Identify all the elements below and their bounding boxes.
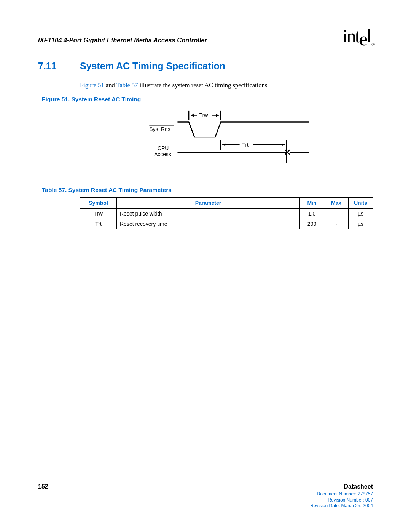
svg-marker-14 xyxy=(222,143,225,146)
svg-marker-6 xyxy=(216,114,219,117)
cell-max: - xyxy=(324,219,349,229)
section-number: 7.11 xyxy=(38,61,62,72)
cell-min: 1.0 xyxy=(300,209,324,219)
cell-symbol: Trt xyxy=(80,219,117,229)
footer-revnum: Revision Number: 007 xyxy=(38,497,373,503)
section-title: System AC Timing Specification xyxy=(80,61,225,72)
cell-symbol: Trw xyxy=(80,209,117,219)
intel-logo: intel® xyxy=(342,25,373,47)
col-header-max: Max xyxy=(324,198,349,209)
table-header-row: Symbol Parameter Min Max Units xyxy=(80,198,373,209)
figure-reference-link[interactable]: Figure 51 xyxy=(80,81,104,89)
col-header-symbol: Symbol xyxy=(80,198,117,209)
diagram-label-cpu: CPU xyxy=(158,145,169,151)
cell-parameter: Reset pulse width xyxy=(117,209,300,219)
footer-docnum: Document Number: 278757 xyxy=(38,491,373,497)
cell-min: 200 xyxy=(300,219,324,229)
col-header-parameter: Parameter xyxy=(117,198,300,209)
table-row: Trt Reset recovery time 200 - µs xyxy=(80,219,373,229)
cell-units: µs xyxy=(349,209,373,219)
page-footer: 152 Datasheet Document Number: 278757 Re… xyxy=(38,483,373,509)
timing-parameters-table: Symbol Parameter Min Max Units Trw Reset… xyxy=(80,197,373,229)
page-header: IXF1104 4-Port Gigabit Ethernet Media Ac… xyxy=(38,25,373,45)
table-reference-link[interactable]: Table 57 xyxy=(116,81,138,89)
col-header-units: Units xyxy=(349,198,373,209)
page-number: 152 xyxy=(38,483,48,490)
svg-marker-4 xyxy=(191,114,194,117)
timing-diagram: Sys_Res Trw CPU Access Trt xyxy=(80,107,373,175)
section-heading: 7.11 System AC Timing Specification xyxy=(38,61,373,72)
footer-revdate: Revision Date: March 25, 2004 xyxy=(38,503,373,509)
diagram-label-trt: Trt xyxy=(242,142,249,148)
figure-caption: Figure 51. System Reset AC Timing xyxy=(42,96,373,103)
col-header-min: Min xyxy=(300,198,324,209)
svg-marker-16 xyxy=(282,143,285,146)
table-row: Trw Reset pulse width 1.0 - µs xyxy=(80,209,373,219)
diagram-label-sysres: Sys_Res xyxy=(149,126,170,132)
footer-doc-type: Datasheet xyxy=(344,483,373,490)
cell-units: µs xyxy=(349,219,373,229)
cell-parameter: Reset recovery time xyxy=(117,219,300,229)
intro-paragraph: Figure 51 and Table 57 illustrate the sy… xyxy=(80,81,373,89)
cell-max: - xyxy=(324,209,349,219)
diagram-label-trw: Trw xyxy=(199,112,209,118)
diagram-label-access: Access xyxy=(154,151,171,157)
table-caption: Table 57. System Reset AC Timing Paramet… xyxy=(42,187,373,193)
document-title: IXF1104 4-Port Gigabit Ethernet Media Ac… xyxy=(38,37,207,44)
